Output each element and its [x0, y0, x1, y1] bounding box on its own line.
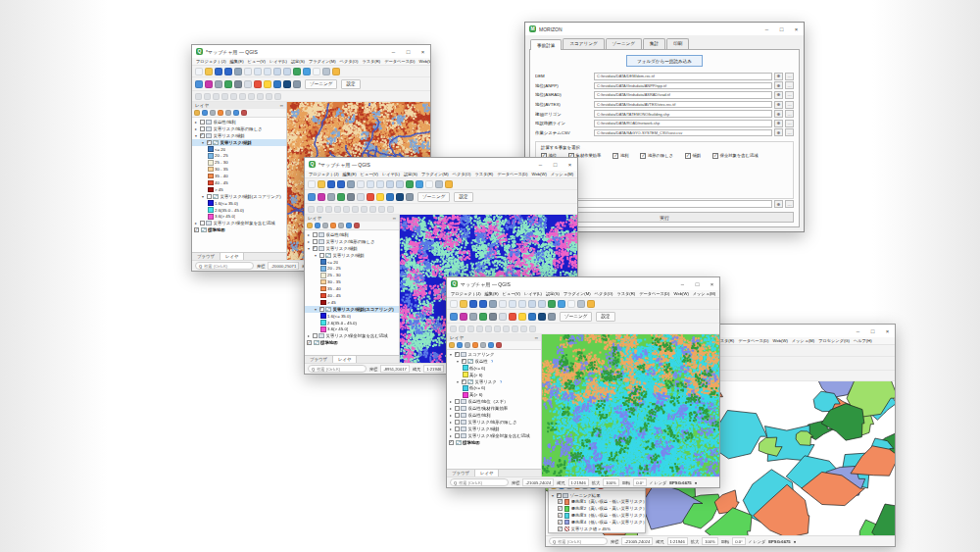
maximize-button[interactable]: □ — [401, 45, 416, 58]
add-vector-layer-icon[interactable] — [318, 193, 325, 201]
maximize-button[interactable]: □ — [690, 277, 705, 290]
legend-class-row[interactable]: 3.6(> 45.0) — [192, 213, 286, 220]
add-mesh-layer-icon[interactable] — [224, 80, 232, 88]
checkbox-icon[interactable]: ✓ — [640, 153, 646, 159]
cut-features-icon[interactable] — [361, 206, 368, 213]
layer-group-row[interactable]: ▸災害リスク/保全対象を含む流域 — [192, 220, 286, 226]
add-point-feature-icon[interactable] — [213, 93, 220, 100]
web-map-service-icon[interactable] — [509, 313, 516, 321]
layer-group-row[interactable]: ▸収益性/地利 — [447, 412, 541, 419]
magnifier-value[interactable]: 100% — [603, 478, 619, 486]
layer-row[interactable]: ▾災害リスク/傾斜(スコアリング) — [192, 193, 286, 200]
menu-item[interactable]: ビュー(V) — [503, 291, 520, 296]
delete-selected-icon[interactable] — [239, 93, 246, 100]
legend-class-row[interactable]: <= 20 — [305, 259, 399, 266]
titlebar[interactable]: Q *マップチャ用 — QGIS – □ × — [305, 158, 577, 171]
help-contents-icon[interactable] — [538, 313, 546, 321]
save-layer-edits-icon[interactable] — [317, 206, 323, 213]
toggle-editing-icon[interactable] — [195, 93, 202, 100]
expander-icon[interactable]: ▾ — [201, 140, 205, 145]
layer-row[interactable]: ▾✓収益性？ — [447, 358, 541, 365]
layer-group-row[interactable]: ▸災害リスク/地形の険しさ — [305, 238, 399, 245]
snapping-options-icon[interactable] — [244, 80, 252, 88]
menu-item[interactable]: 編集(E) — [485, 291, 499, 296]
legend-class-row[interactable]: 2.6(35.0 - 45.0) — [192, 207, 286, 214]
identify-features-icon[interactable] — [303, 68, 311, 75]
measure-line-icon[interactable] — [435, 180, 443, 188]
new-shapefile-layer-icon[interactable] — [489, 313, 497, 321]
remove-layer-icon[interactable] — [354, 223, 360, 228]
add-group-icon[interactable] — [457, 342, 463, 348]
expand-all-icon[interactable] — [338, 223, 344, 228]
add-raster-layer-icon[interactable] — [469, 313, 477, 321]
calc-check-保全対象を含む流域[interactable]: ✓保全対象を含む流域 — [712, 153, 758, 159]
legend-class-row[interactable]: > 45 — [305, 299, 399, 306]
layer-row[interactable]: ▾✓災害リスク/傾斜(スコアリング) — [305, 306, 399, 313]
pan-map-icon[interactable] — [357, 180, 365, 188]
layer-checkbox[interactable] — [313, 333, 318, 338]
layer-checkbox[interactable]: ✓ — [462, 379, 466, 384]
manage-map-themes-icon[interactable] — [465, 342, 470, 348]
reload-icon-button[interactable]: ⊕ — [774, 120, 783, 127]
layer-checkbox[interactable]: ✓ — [319, 307, 324, 312]
reload-icon-button[interactable]: ⊕ — [774, 101, 783, 109]
layer-group-row[interactable]: ▸災害リスク/傾斜 — [447, 426, 541, 432]
layer-checkbox[interactable]: ✓ — [558, 527, 563, 531]
menu-item[interactable]: ヘルプ(H) — [854, 338, 872, 343]
select-features-icon[interactable] — [313, 68, 320, 75]
menu-item[interactable]: データベース(D) — [639, 291, 669, 296]
layer-checkbox[interactable] — [200, 120, 205, 125]
menu-item[interactable]: プラグイン(M) — [421, 172, 449, 176]
output-browse-button[interactable]: … — [785, 200, 794, 208]
checkbox-icon[interactable]: ✓ — [685, 153, 691, 159]
layer-checkbox[interactable]: ✓ — [200, 133, 205, 138]
layer-row[interactable]: ▾災害リスク/傾斜 — [305, 252, 399, 259]
undo-icon[interactable] — [529, 326, 536, 332]
tab-layers[interactable]: レイヤ — [220, 253, 244, 260]
status-search-input[interactable]: Q検索 (Ctrl+K) — [308, 365, 367, 373]
menu-item[interactable]: プラグイン(M) — [309, 59, 336, 64]
layer-checkbox[interactable] — [313, 232, 318, 237]
legend-class-row[interactable]: 3.6(> 45.0) — [305, 326, 399, 332]
layer-checkbox[interactable] — [455, 406, 460, 411]
close-button[interactable]: × — [563, 158, 577, 171]
menu-item[interactable]: プロジェクト(J) — [196, 59, 226, 64]
close-button[interactable]: × — [416, 45, 430, 58]
vertex-tool-icon[interactable] — [485, 326, 492, 332]
open-layer-styling-icon[interactable] — [307, 223, 313, 228]
dialog-tab-事前計算[interactable]: 事前計算 — [530, 39, 562, 50]
refresh-map-icon[interactable] — [293, 68, 301, 75]
legend-class-row[interactable]: 35 - 40 — [305, 285, 399, 292]
layer-checkbox[interactable] — [455, 420, 460, 425]
tab-browser[interactable]: ブラウザ — [305, 356, 333, 363]
layer-checkbox[interactable] — [455, 399, 460, 404]
filter-legend-icon[interactable] — [330, 223, 336, 228]
add-point-feature-icon[interactable] — [467, 326, 474, 332]
zoom-in-icon[interactable] — [509, 300, 516, 308]
pan-map-icon[interactable] — [499, 300, 507, 308]
remove-layer-icon[interactable] — [496, 342, 502, 348]
layer-checkbox[interactable] — [455, 427, 460, 431]
measure-line-icon[interactable] — [322, 68, 330, 75]
layer-group-row[interactable]: ▾✓ゾーニング結果 — [549, 492, 645, 499]
field-path-input[interactable]: C:/testdata/DATA/Gridsdata/AVTEX/vtex-re… — [594, 101, 772, 109]
web-map-service-icon[interactable] — [254, 80, 262, 88]
select-features-icon[interactable] — [425, 180, 433, 188]
menu-item[interactable]: データベース(D) — [497, 172, 527, 176]
expander-icon[interactable]: ▸ — [307, 333, 311, 338]
python-console-icon[interactable] — [376, 193, 384, 201]
reload-icon-button[interactable]: ⊕ — [774, 81, 783, 89]
expander-icon[interactable]: ▸ — [449, 420, 453, 425]
save-project-icon[interactable] — [215, 68, 222, 75]
help-contents-icon[interactable] — [283, 80, 291, 88]
coord-value[interactable]: -8951,20017 — [380, 365, 410, 373]
status-search-input[interactable]: Q検索 (Ctrl+K) — [549, 537, 608, 545]
legend-class-row[interactable]: > 45 — [192, 186, 286, 193]
browse-button[interactable]: … — [785, 91, 794, 99]
menu-item[interactable]: メッシュ(M) — [693, 291, 715, 296]
calc-check-傾斜[interactable]: ✓傾斜 — [685, 153, 701, 159]
menu-item[interactable]: 設定(S) — [291, 59, 305, 64]
menu-item[interactable]: ビュー(V) — [361, 172, 378, 176]
messages-icon[interactable]: ● — [695, 480, 698, 485]
layer-notes-icon[interactable]: ？ — [499, 379, 503, 384]
